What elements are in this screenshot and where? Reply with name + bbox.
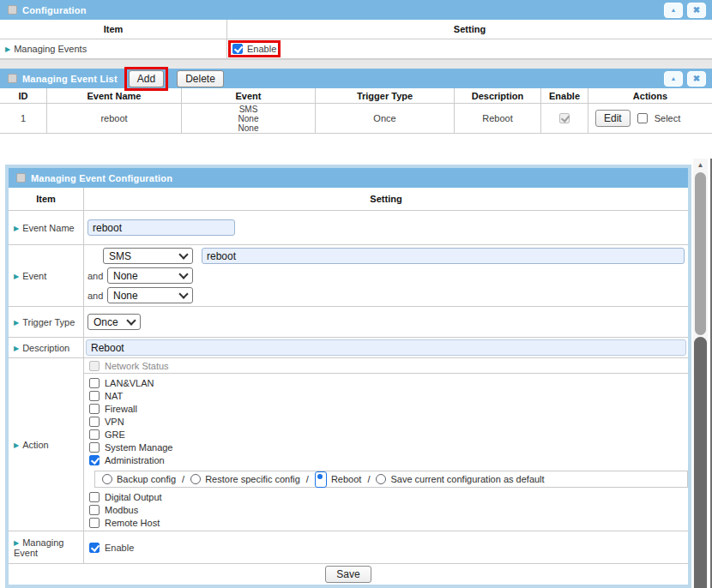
scrollbar-thumb[interactable] [695, 172, 706, 335]
reboot-radio[interactable] [315, 471, 327, 488]
managing-event-configuration-title: Managing Event Configuration [31, 173, 172, 183]
managing-event-configuration-panel: Managing Event Configuration Item Settin… [5, 165, 691, 588]
event-type-select[interactable]: SMS [103, 248, 193, 264]
column-header-setting: Setting [84, 188, 688, 210]
chevron-down-icon [178, 269, 188, 279]
managing-event-label-cell: ▶Managing Event [9, 531, 84, 563]
managing-event-enable-checkbox[interactable] [89, 543, 100, 553]
vpn-checkbox[interactable] [89, 417, 100, 427]
action-label: Action [22, 440, 49, 450]
modbus-checkbox[interactable] [89, 505, 100, 515]
collapse-panel-button[interactable]: ▲ [664, 3, 683, 18]
backup-config-label: Backup config [117, 474, 176, 484]
gre-checkbox[interactable] [89, 429, 100, 440]
edit-button[interactable]: Edit [595, 110, 631, 127]
save-button[interactable]: Save [325, 566, 371, 583]
description-label-cell: ▶Description [9, 338, 84, 357]
vertical-scrollbar[interactable]: ▲ [693, 159, 708, 588]
event-label-cell: ▶Event [9, 245, 84, 306]
enable-highlight-box: Enable [228, 40, 281, 57]
lan-vlan-checkbox[interactable] [89, 378, 100, 388]
and-label: and [87, 271, 103, 281]
event-and-select-1[interactable]: None [107, 267, 193, 284]
digital-output-checkbox[interactable] [89, 492, 100, 502]
administration-checkbox[interactable] [89, 455, 100, 465]
managing-event-list-title: Managing Event List [22, 74, 118, 84]
option-separator: / [306, 474, 309, 484]
column-header-item: Item [9, 188, 84, 210]
scrollbar-thumb-dark[interactable] [694, 337, 707, 588]
event-row: ▶Event SMS and None [9, 245, 688, 307]
configuration-table-header: Item Setting [0, 20, 712, 39]
chevron-down-icon [126, 315, 136, 325]
option-separator: / [367, 474, 370, 484]
action-option: Firewall [89, 404, 688, 414]
event-text-input[interactable] [202, 248, 685, 264]
item-bullet-icon: ▶ [14, 273, 19, 280]
description-label: Description [22, 343, 69, 353]
item-bullet-icon: ▶ [14, 225, 19, 232]
action-option: VPN [89, 417, 688, 427]
collapse-panel-button[interactable]: ▲ [664, 71, 683, 87]
trigger-type-label: Trigger Type [22, 317, 75, 327]
administration-options-subrow: Backup config / Restore specific config … [94, 471, 688, 488]
save-current-config-radio[interactable] [376, 474, 386, 484]
add-button[interactable]: Add [129, 70, 164, 87]
section-divider [0, 59, 712, 69]
trigger-type-setting-cell: Once [84, 307, 688, 337]
actions-cell: Edit Select [588, 104, 712, 133]
trigger-type-select[interactable]: Once [87, 314, 141, 330]
description-cell: Reboot [455, 104, 541, 133]
action-option: GRE [89, 429, 688, 440]
close-panel-button[interactable]: ✖ [687, 3, 706, 18]
managing-event-label: Managing Event [14, 537, 63, 558]
reboot-label: Reboot [331, 474, 361, 484]
panel-square-icon [16, 173, 26, 183]
action-checkbox-list-bottom: Digital Output Modbus Remote Host [84, 490, 688, 531]
action-row: ▶Action Network Status LAN&VLAN NAT [9, 358, 688, 531]
panel-square-icon [8, 74, 17, 83]
nat-label: NAT [105, 391, 123, 401]
event-and-value-2: None [113, 290, 138, 302]
configuration-title: Configuration [22, 5, 87, 15]
action-option: LAN&VLAN [89, 378, 688, 388]
panel-square-icon [8, 5, 17, 15]
event-name-label: Event Name [22, 223, 75, 233]
action-label-cell: ▶Action [9, 358, 84, 531]
system-manage-checkbox[interactable] [89, 442, 100, 453]
remote-host-checkbox[interactable] [89, 518, 100, 528]
trigger-type-label-cell: ▶Trigger Type [9, 307, 84, 337]
action-option: Administration [89, 455, 688, 465]
event-type-value: SMS [109, 250, 131, 262]
firewall-checkbox[interactable] [89, 404, 100, 414]
restore-specific-config-radio[interactable] [190, 474, 201, 484]
scrollbar-up-icon[interactable]: ▲ [693, 159, 708, 171]
option-separator: / [182, 474, 184, 484]
column-header-item: Item [0, 20, 227, 39]
save-row: Save [9, 564, 688, 585]
restore-specific-config-label: Restore specific config [205, 474, 300, 484]
nat-checkbox[interactable] [89, 391, 100, 401]
event-and-select-2[interactable]: None [107, 287, 193, 303]
event-name-input[interactable] [87, 219, 235, 236]
managing-events-setting-cell: Enable [227, 39, 712, 58]
firewall-label: Firewall [105, 404, 137, 414]
network-status-checkbox [89, 361, 100, 371]
column-header-event: Event [182, 88, 316, 103]
select-label: Select [655, 113, 681, 123]
delete-button[interactable]: Delete [177, 70, 224, 87]
backup-config-radio[interactable] [102, 474, 112, 484]
trigger-type-row: ▶Trigger Type Once [9, 307, 688, 338]
managing-events-enable-checkbox[interactable] [232, 44, 243, 54]
event-and-value-1: None [113, 270, 138, 282]
network-status-label: Network Status [105, 361, 169, 371]
managing-events-label: Managing Events [14, 44, 87, 54]
item-bullet-icon: ▶ [14, 345, 19, 352]
select-checkbox[interactable] [637, 113, 648, 123]
event-setting-cell: SMS and None and None [84, 245, 688, 306]
row-enable-checkbox [559, 113, 570, 123]
lan-vlan-label: LAN&VLAN [105, 378, 154, 388]
description-input[interactable] [86, 339, 686, 356]
close-panel-button[interactable]: ✖ [687, 71, 706, 87]
event-name-cell: reboot [47, 104, 182, 133]
